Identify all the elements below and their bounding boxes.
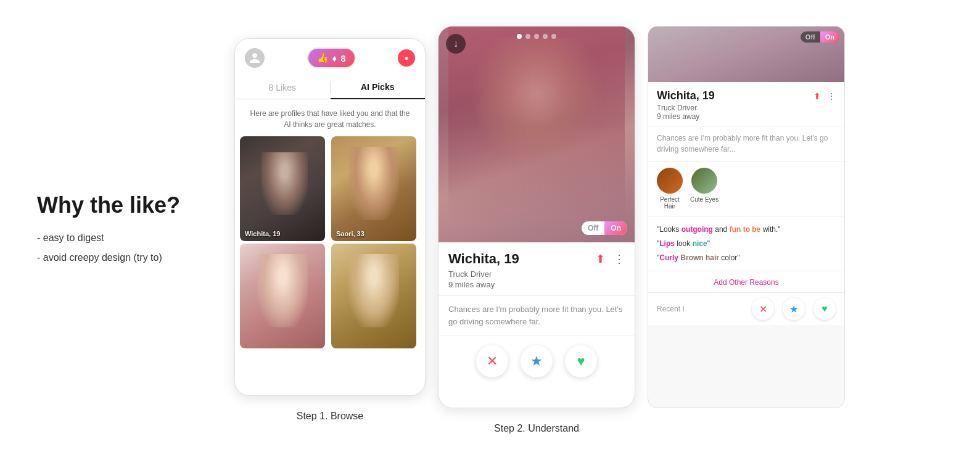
- avatar-icon: [245, 48, 265, 68]
- step1-header: 👍 ♦ 8 ●: [235, 39, 425, 73]
- card-toggle[interactable]: Off On: [582, 221, 627, 235]
- photo-dots: [517, 34, 556, 39]
- tag-label-1: PerfectHair: [660, 196, 680, 210]
- right-name-row: Wichita, 19 ⬆ ⋮: [657, 89, 836, 102]
- dot-5: [551, 34, 556, 39]
- dislike-button[interactable]: ✕: [476, 345, 508, 377]
- photo-cell-2[interactable]: Saori, 33: [331, 136, 416, 241]
- thumb-icon: 👍: [317, 52, 329, 64]
- photo-cell-1[interactable]: Wichita, 19: [240, 136, 325, 241]
- left-section: Why the like? - easy to digest - avoid c…: [25, 180, 222, 280]
- tab-ai-picks[interactable]: AI Picks: [331, 76, 426, 99]
- toggle-on-label: On: [604, 221, 627, 235]
- tag-label-2: Cute Eyes: [690, 196, 719, 203]
- reason3-h1: Curly: [659, 253, 678, 262]
- photo-bg-4: [331, 244, 416, 348]
- step2-middle-phone: ↓ Off On Wichita, 19 ⬆: [438, 26, 635, 408]
- face-silhouette-1: [261, 152, 308, 215]
- add-reasons-section: Add Other Reasons: [648, 271, 844, 293]
- photo-grid: Wichita, 19 Saori, 33: [235, 136, 425, 353]
- card-actions: ✕ ★ ♥: [439, 335, 635, 387]
- tag-avatar-2: [691, 168, 717, 194]
- tag-item-2: Cute Eyes: [690, 168, 719, 203]
- card-distance: 9 miles away: [448, 280, 625, 289]
- diamond-icon: ♦: [332, 53, 337, 64]
- right-toggle[interactable]: Off On: [801, 31, 839, 43]
- recent-like-button[interactable]: ♥: [813, 298, 836, 320]
- share-icon[interactable]: ⬆: [596, 252, 605, 266]
- reason1-prefix: "Looks: [657, 225, 681, 234]
- reason1-h2: fun to be: [730, 225, 761, 234]
- download-btn[interactable]: ↓: [446, 34, 466, 54]
- card-info: Wichita, 19 ⬆ ⋮ Truck Driver 9 miles awa…: [439, 242, 635, 296]
- photo-cell-3[interactable]: [240, 244, 325, 348]
- toggle-off-label: Off: [582, 221, 604, 235]
- right-icons: ⬆ ⋮: [813, 91, 836, 101]
- photo-label-2: Saori, 33: [336, 230, 364, 237]
- step2-right-panel: Off On Wichita, 19 ⬆ ⋮ Truck Driver 9 mi…: [648, 26, 845, 408]
- right-on-label: On: [820, 31, 839, 43]
- right-more-icon[interactable]: ⋮: [827, 91, 836, 101]
- step1-label: Step 1. Browse: [297, 411, 364, 422]
- step1-container: 👍 ♦ 8 ● 8 Likes AI Picks Here are profil…: [234, 38, 426, 422]
- card-name-row: Wichita, 19 ⬆ ⋮: [448, 251, 625, 267]
- recent-star-icon: ★: [789, 303, 798, 315]
- add-reasons-button[interactable]: Add Other Reasons: [714, 278, 778, 287]
- reason2-suffix: ": [707, 239, 710, 248]
- right-bio: Chances are I'm probably more fit than y…: [648, 126, 844, 162]
- right-share-icon[interactable]: ⬆: [813, 91, 821, 101]
- ai-description: Here are profiles that have liked you an…: [235, 102, 425, 136]
- photo-bg-1: [240, 136, 325, 241]
- recent-superlike-button[interactable]: ★: [783, 298, 805, 320]
- right-top-image: Off On: [648, 27, 844, 82]
- hair-overlay: [448, 27, 625, 221]
- tag-avatar-1: [657, 168, 683, 194]
- dot-2: [525, 34, 530, 39]
- reason1-suffix: with.": [760, 225, 780, 234]
- photo-bg-2: [331, 136, 416, 241]
- tab-likes[interactable]: 8 Likes: [235, 76, 330, 99]
- recent-actions: ✕ ★ ♥: [752, 298, 836, 320]
- right-profile-info: Wichita, 19 ⬆ ⋮ Truck Driver 9 miles awa…: [648, 82, 844, 126]
- recent-section: Recent I ✕ ★ ♥: [648, 293, 844, 325]
- right-job: Truck Driver: [657, 104, 836, 112]
- photo-label-1: Wichita, 19: [245, 230, 280, 237]
- dot-3: [534, 34, 539, 39]
- reason-line-1: "Looks outgoing and fun to be with.": [657, 223, 836, 237]
- tags-section: PerfectHair Cute Eyes: [648, 162, 844, 216]
- like-button[interactable]: ♥: [565, 345, 597, 377]
- boost-count: 8: [340, 53, 345, 64]
- recent-label: Recent I: [657, 305, 685, 313]
- card-job: Truck Driver: [448, 269, 625, 279]
- dot-4: [543, 34, 548, 39]
- ai-reasons: "Looks outgoing and fun to be with." "Li…: [648, 216, 844, 271]
- step2-middle-container: ↓ Off On Wichita, 19 ⬆: [438, 26, 635, 434]
- more-icon[interactable]: ⋮: [614, 252, 625, 266]
- tag-item-1: PerfectHair: [657, 168, 683, 210]
- bullet-list: - easy to digest - avoid creepy design (…: [37, 228, 210, 268]
- face-silhouette-3: [257, 254, 308, 327]
- step1-phone: 👍 ♦ 8 ● 8 Likes AI Picks Here are profil…: [234, 38, 426, 396]
- person-icon: [249, 52, 261, 64]
- photo-cell-4[interactable]: [331, 244, 416, 348]
- step2-label: Step 2. Understand: [494, 423, 579, 434]
- right-distance: 9 miles away: [657, 112, 836, 121]
- reason3-suffix: color": [719, 253, 740, 262]
- right-name: Wichita, 19: [657, 89, 715, 102]
- bullet-1: - easy to digest: [37, 228, 210, 248]
- notification-icon: ●: [404, 54, 408, 62]
- superlike-button[interactable]: ★: [521, 345, 553, 377]
- dot-1: [517, 34, 522, 39]
- notification-dot: ●: [398, 49, 415, 67]
- boost-pill[interactable]: 👍 ♦ 8: [307, 47, 356, 68]
- card-icons: ⬆ ⋮: [596, 252, 625, 266]
- tab-row: 8 Likes AI Picks: [235, 76, 425, 99]
- recent-dislike-button[interactable]: ✕: [752, 298, 774, 320]
- reason-line-2: "Lips look nice": [657, 237, 836, 251]
- main-title: Why the like?: [37, 192, 210, 218]
- main-layout: Why the like? - easy to digest - avoid c…: [0, 0, 980, 460]
- reason1-h1: outgoing: [681, 225, 713, 234]
- reason1-mid: and: [713, 225, 730, 234]
- reason3-h2: Brown hair: [680, 253, 719, 262]
- card-bio: Chances are I'm probably more fit than y…: [439, 296, 635, 335]
